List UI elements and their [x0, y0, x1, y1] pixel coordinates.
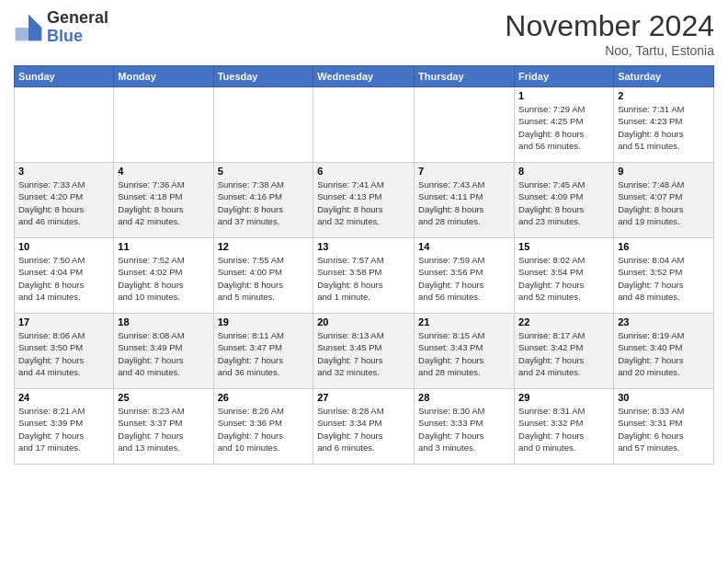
day-info: Sunrise: 7:59 AMSunset: 3:56 PMDaylight:… — [418, 254, 510, 303]
day-info: Sunrise: 7:36 AMSunset: 4:18 PMDaylight:… — [118, 178, 209, 227]
day-cell: 29Sunrise: 8:31 AMSunset: 3:32 PMDayligh… — [515, 389, 614, 465]
logo-icon — [14, 13, 43, 42]
day-cell: 12Sunrise: 7:55 AMSunset: 4:00 PMDayligh… — [213, 238, 313, 314]
day-number: 1 — [518, 90, 609, 101]
day-cell: 30Sunrise: 8:33 AMSunset: 3:31 PMDayligh… — [614, 389, 714, 465]
day-cell: 6Sunrise: 7:41 AMSunset: 4:13 PMDaylight… — [313, 163, 415, 238]
day-number: 6 — [317, 166, 410, 177]
day-cell: 1Sunrise: 7:29 AMSunset: 4:25 PMDaylight… — [515, 87, 614, 163]
day-number: 20 — [317, 316, 410, 327]
day-info: Sunrise: 8:26 AMSunset: 3:36 PMDaylight:… — [218, 405, 310, 454]
day-info: Sunrise: 7:55 AMSunset: 4:00 PMDaylight:… — [218, 254, 310, 303]
day-info: Sunrise: 7:43 AMSunset: 4:11 PMDaylight:… — [418, 178, 510, 227]
day-cell: 16Sunrise: 8:04 AMSunset: 3:52 PMDayligh… — [614, 238, 714, 314]
calendar-table: SundayMondayTuesdayWednesdayThursdayFrid… — [14, 65, 714, 465]
page: General Blue November 2024 Noo, Tartu, E… — [0, 0, 728, 563]
day-info: Sunrise: 8:28 AMSunset: 3:34 PMDaylight:… — [317, 405, 410, 454]
day-info: Sunrise: 7:48 AMSunset: 4:07 PMDaylight:… — [618, 178, 710, 227]
day-cell: 25Sunrise: 8:23 AMSunset: 3:37 PMDayligh… — [114, 389, 213, 465]
day-number: 30 — [618, 392, 710, 403]
svg-marker-1 — [28, 28, 41, 40]
day-number: 8 — [518, 166, 609, 177]
day-number: 11 — [118, 241, 209, 252]
day-cell: 13Sunrise: 7:57 AMSunset: 3:58 PMDayligh… — [313, 238, 415, 314]
day-info: Sunrise: 8:13 AMSunset: 3:45 PMDaylight:… — [317, 329, 410, 378]
day-info: Sunrise: 8:23 AMSunset: 3:37 PMDaylight:… — [118, 405, 209, 454]
day-info: Sunrise: 7:52 AMSunset: 4:02 PMDaylight:… — [118, 254, 209, 303]
day-number: 19 — [218, 316, 310, 327]
day-number: 18 — [118, 316, 209, 327]
calendar-body: 1Sunrise: 7:29 AMSunset: 4:25 PMDaylight… — [15, 87, 714, 465]
day-number: 17 — [18, 316, 109, 327]
day-info: Sunrise: 7:33 AMSunset: 4:20 PMDaylight:… — [18, 178, 109, 227]
day-info: Sunrise: 8:21 AMSunset: 3:39 PMDaylight:… — [18, 405, 109, 454]
weekday-header-saturday: Saturday — [614, 66, 714, 87]
logo-general: General — [47, 8, 108, 27]
day-info: Sunrise: 8:11 AMSunset: 3:47 PMDaylight:… — [218, 329, 310, 378]
day-info: Sunrise: 8:04 AMSunset: 3:52 PMDaylight:… — [618, 254, 710, 303]
day-number: 7 — [418, 166, 510, 177]
week-row-2: 10Sunrise: 7:50 AMSunset: 4:04 PMDayligh… — [15, 238, 714, 314]
day-cell: 19Sunrise: 8:11 AMSunset: 3:47 PMDayligh… — [213, 314, 313, 389]
day-number: 23 — [618, 316, 710, 327]
day-number: 3 — [18, 166, 109, 177]
day-cell: 27Sunrise: 8:28 AMSunset: 3:34 PMDayligh… — [313, 389, 415, 465]
day-number: 10 — [18, 241, 109, 252]
day-number: 26 — [218, 392, 310, 403]
week-row-0: 1Sunrise: 7:29 AMSunset: 4:25 PMDaylight… — [15, 87, 714, 163]
day-info: Sunrise: 7:50 AMSunset: 4:04 PMDaylight:… — [18, 254, 109, 303]
day-cell: 22Sunrise: 8:17 AMSunset: 3:42 PMDayligh… — [515, 314, 614, 389]
day-number: 28 — [418, 392, 510, 403]
weekday-header-sunday: Sunday — [15, 66, 114, 87]
week-row-3: 17Sunrise: 8:06 AMSunset: 3:50 PMDayligh… — [15, 314, 714, 389]
day-cell: 14Sunrise: 7:59 AMSunset: 3:56 PMDayligh… — [415, 238, 515, 314]
day-info: Sunrise: 8:15 AMSunset: 3:43 PMDaylight:… — [418, 329, 510, 378]
day-cell — [15, 87, 114, 163]
logo-text: General Blue — [47, 9, 108, 46]
weekday-header-friday: Friday — [515, 66, 614, 87]
day-number: 22 — [518, 316, 609, 327]
day-cell: 23Sunrise: 8:19 AMSunset: 3:40 PMDayligh… — [614, 314, 714, 389]
weekday-row: SundayMondayTuesdayWednesdayThursdayFrid… — [15, 66, 714, 87]
day-info: Sunrise: 7:38 AMSunset: 4:16 PMDaylight:… — [218, 178, 310, 227]
day-number: 16 — [618, 241, 710, 252]
day-cell: 26Sunrise: 8:26 AMSunset: 3:36 PMDayligh… — [213, 389, 313, 465]
day-cell: 10Sunrise: 7:50 AMSunset: 4:04 PMDayligh… — [15, 238, 114, 314]
day-number: 25 — [118, 392, 209, 403]
day-info: Sunrise: 8:33 AMSunset: 3:31 PMDaylight:… — [618, 405, 710, 454]
day-number: 29 — [518, 392, 609, 403]
day-number: 24 — [18, 392, 109, 403]
day-cell: 18Sunrise: 8:08 AMSunset: 3:49 PMDayligh… — [114, 314, 213, 389]
day-cell — [313, 87, 415, 163]
day-number: 9 — [618, 166, 710, 177]
day-cell: 24Sunrise: 8:21 AMSunset: 3:39 PMDayligh… — [15, 389, 114, 465]
day-info: Sunrise: 8:31 AMSunset: 3:32 PMDaylight:… — [518, 405, 609, 454]
day-cell: 11Sunrise: 7:52 AMSunset: 4:02 PMDayligh… — [114, 238, 213, 314]
day-cell: 2Sunrise: 7:31 AMSunset: 4:23 PMDaylight… — [614, 87, 714, 163]
title-block: November 2024 Noo, Tartu, Estonia — [505, 9, 714, 58]
day-info: Sunrise: 8:06 AMSunset: 3:50 PMDaylight:… — [18, 329, 109, 378]
day-number: 14 — [418, 241, 510, 252]
day-info: Sunrise: 8:17 AMSunset: 3:42 PMDaylight:… — [518, 329, 609, 378]
day-cell: 17Sunrise: 8:06 AMSunset: 3:50 PMDayligh… — [15, 314, 114, 389]
weekday-header-thursday: Thursday — [415, 66, 515, 87]
day-cell: 5Sunrise: 7:38 AMSunset: 4:16 PMDaylight… — [213, 163, 313, 238]
day-cell: 8Sunrise: 7:45 AMSunset: 4:09 PMDaylight… — [515, 163, 614, 238]
logo-blue: Blue — [47, 27, 83, 45]
weekday-header-monday: Monday — [114, 66, 213, 87]
svg-marker-2 — [16, 28, 28, 40]
month-title: November 2024 — [505, 9, 714, 43]
day-cell: 21Sunrise: 8:15 AMSunset: 3:43 PMDayligh… — [415, 314, 515, 389]
day-info: Sunrise: 8:30 AMSunset: 3:33 PMDaylight:… — [418, 405, 510, 454]
day-info: Sunrise: 8:08 AMSunset: 3:49 PMDaylight:… — [118, 329, 209, 378]
day-cell: 9Sunrise: 7:48 AMSunset: 4:07 PMDaylight… — [614, 163, 714, 238]
day-info: Sunrise: 7:45 AMSunset: 4:09 PMDaylight:… — [518, 178, 609, 227]
day-info: Sunrise: 7:31 AMSunset: 4:23 PMDaylight:… — [618, 103, 710, 152]
calendar-header: SundayMondayTuesdayWednesdayThursdayFrid… — [15, 66, 714, 87]
day-cell: 28Sunrise: 8:30 AMSunset: 3:33 PMDayligh… — [415, 389, 515, 465]
header: General Blue November 2024 Noo, Tartu, E… — [14, 9, 714, 58]
day-number: 2 — [618, 90, 710, 101]
day-cell — [114, 87, 213, 163]
location: Noo, Tartu, Estonia — [505, 43, 714, 58]
day-number: 5 — [218, 166, 310, 177]
